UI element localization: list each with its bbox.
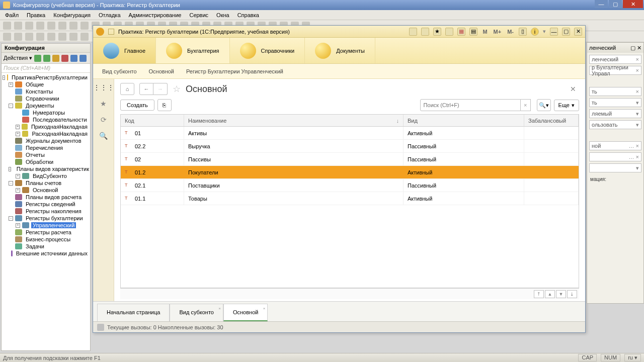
nav-item[interactable]: Справочники xyxy=(230,38,305,63)
table-row[interactable]: T01.1ТоварыАктивный xyxy=(121,192,579,205)
tree-item[interactable]: Справочники xyxy=(2,95,90,102)
property-field[interactable]: ользовать▾ xyxy=(589,120,641,129)
tree-item[interactable]: Перечисления xyxy=(2,144,90,151)
col-kind[interactable]: Вид xyxy=(404,115,524,126)
toolbar-button[interactable] xyxy=(3,22,11,30)
right-panel-close-icon[interactable]: ▢ ✕ xyxy=(630,45,641,51)
nav-item[interactable]: Главное xyxy=(93,38,156,63)
table-row[interactable]: T02ПассивыПассивный xyxy=(121,153,579,166)
toolbar-button[interactable] xyxy=(14,33,22,41)
m-minus-button[interactable]: M- xyxy=(506,29,515,35)
m-plus-button[interactable]: M+ xyxy=(493,29,503,35)
tree-item[interactable]: Константы xyxy=(2,88,90,95)
panel-icon[interactable]: ▯ xyxy=(519,28,527,36)
add-icon[interactable] xyxy=(34,55,41,62)
clear-search-button[interactable]: × xyxy=(521,99,531,111)
tab[interactable]: Основной× xyxy=(223,304,268,321)
menu-item[interactable]: Конфигурация xyxy=(50,11,94,19)
menu-item[interactable]: Администрирование xyxy=(126,11,185,19)
pager-up-icon[interactable]: ▲ xyxy=(545,290,555,298)
config-search[interactable]: Поиск (Ctrl+Alt+M) xyxy=(2,64,90,73)
help-icon[interactable]: i xyxy=(531,28,539,36)
toolbar-button[interactable] xyxy=(58,33,66,41)
enterprise-menu-dropdown[interactable] xyxy=(108,29,114,35)
tree-item[interactable]: -Документы xyxy=(2,102,90,109)
menu-item[interactable]: Правка xyxy=(24,11,48,19)
table-row[interactable]: T02.1ПоставщикиПассивный xyxy=(121,179,579,192)
property-field[interactable]: ной… × xyxy=(589,141,641,150)
tree-item[interactable]: Последовательности xyxy=(2,116,90,123)
table-row[interactable]: T01АктивыАктивный xyxy=(121,127,579,140)
toolbar-button[interactable] xyxy=(3,33,11,41)
tree-item[interactable]: -Планы счетов xyxy=(2,179,90,187)
tree-item[interactable]: Отчеты xyxy=(2,151,90,158)
close-button[interactable]: ✕ xyxy=(623,0,643,8)
status-lang[interactable]: ru ▾ xyxy=(624,354,641,361)
property-field[interactable]: р Бухгалтерии Управл× xyxy=(589,66,641,75)
toolbar-button[interactable] xyxy=(80,22,89,30)
pager-down-icon[interactable]: ▼ xyxy=(556,290,566,298)
toolbar-button[interactable] xyxy=(80,33,89,41)
col-balance[interactable]: Забалансовый xyxy=(524,115,579,126)
tree-item[interactable]: +ВидСубконто xyxy=(2,172,90,179)
ent-maximize-button[interactable]: ▢ xyxy=(562,28,570,36)
tree-item[interactable]: +Общие xyxy=(2,81,90,88)
tree-item[interactable]: -Планы видов характеристик xyxy=(2,165,90,172)
toolbar-button[interactable] xyxy=(47,33,55,41)
search-button[interactable]: 🔍▾ xyxy=(537,99,551,111)
home-button[interactable]: ⌂ xyxy=(120,83,134,95)
tree-item[interactable]: +ПриходнаяНакладная xyxy=(2,123,90,130)
property-field[interactable]: ▾ xyxy=(589,163,641,172)
history-icon[interactable]: ⟳ xyxy=(99,115,108,124)
tree-item[interactable]: Журналы документов xyxy=(2,137,90,144)
menu-item[interactable]: Справка xyxy=(234,11,262,19)
tree-item[interactable]: Регистры накопления xyxy=(2,208,90,215)
tool-icon[interactable] xyxy=(409,28,417,36)
property-field[interactable]: ть▾ xyxy=(589,98,641,107)
tree-item[interactable]: -ПрактикаРегистрБухгалтерии xyxy=(2,74,90,81)
breadcrumb-item[interactable]: Основной xyxy=(149,68,174,74)
property-field[interactable]: … × xyxy=(589,152,641,161)
property-field[interactable]: ть× xyxy=(589,87,641,96)
tree-item[interactable]: +Основной xyxy=(2,187,90,194)
table-row[interactable]: T02.2ВыручкаПассивный xyxy=(121,140,579,153)
search-icon[interactable]: 🔍 xyxy=(99,131,108,140)
nav-item[interactable]: Бухгалтерия xyxy=(156,38,230,63)
page-close-button[interactable]: ✕ xyxy=(567,84,579,94)
config-actions-menu[interactable]: Действия ▾ xyxy=(4,55,32,61)
calendar-icon[interactable]: ▦ xyxy=(457,28,465,36)
tree-item[interactable]: -Регистры бухгалтерии xyxy=(2,215,90,222)
col-code[interactable]: Код xyxy=(121,115,184,126)
tree-item[interactable]: Нумераторы xyxy=(2,109,90,116)
tree-item[interactable]: Планы видов расчета xyxy=(2,194,90,201)
create-button[interactable]: Создать xyxy=(120,100,154,111)
tree-item[interactable]: Регистры расчета xyxy=(2,229,90,236)
tree-item[interactable]: Регистры сведений xyxy=(2,201,90,208)
back-button[interactable]: ← xyxy=(139,83,153,95)
nav-item[interactable]: Документы xyxy=(305,38,375,63)
breadcrumb-item[interactable]: Вид субконто xyxy=(102,68,137,74)
tree-item[interactable]: Внешние источники данных xyxy=(2,250,90,257)
tree-item[interactable]: Задачи xyxy=(2,243,90,250)
star-icon[interactable]: ★ xyxy=(99,99,108,108)
favorite-star-icon[interactable]: ☆ xyxy=(173,83,181,95)
table-row[interactable]: T01.2ПокупателиАктивный xyxy=(121,166,579,179)
add2-icon[interactable] xyxy=(43,55,50,62)
tool-icon[interactable] xyxy=(445,28,453,36)
property-field[interactable]: ляемый▾ xyxy=(589,109,641,118)
pager-last-icon[interactable]: ⤓ xyxy=(567,290,577,298)
config-tree[interactable]: -ПрактикаРегистрБухгалтерии+ОбщиеКонстан… xyxy=(2,73,90,349)
ent-close-button[interactable]: ✕ xyxy=(574,28,582,36)
tab[interactable]: Вид субконто× xyxy=(170,304,223,321)
favorite-icon[interactable]: ★ xyxy=(433,28,441,36)
m-button[interactable]: M xyxy=(481,29,488,35)
down-icon[interactable] xyxy=(79,55,87,62)
more-button[interactable]: Еще▾ xyxy=(554,100,579,111)
tree-item[interactable]: +РасходнаяНакладная xyxy=(2,130,90,137)
toolbar-button[interactable] xyxy=(69,33,77,41)
tree-item[interactable]: Бизнес-процессы xyxy=(2,236,90,243)
toolbar-button[interactable] xyxy=(25,33,33,41)
edit-icon[interactable] xyxy=(52,55,59,62)
tab[interactable]: Начальная страница xyxy=(97,304,170,321)
menu-item[interactable]: Отладка xyxy=(96,11,123,19)
